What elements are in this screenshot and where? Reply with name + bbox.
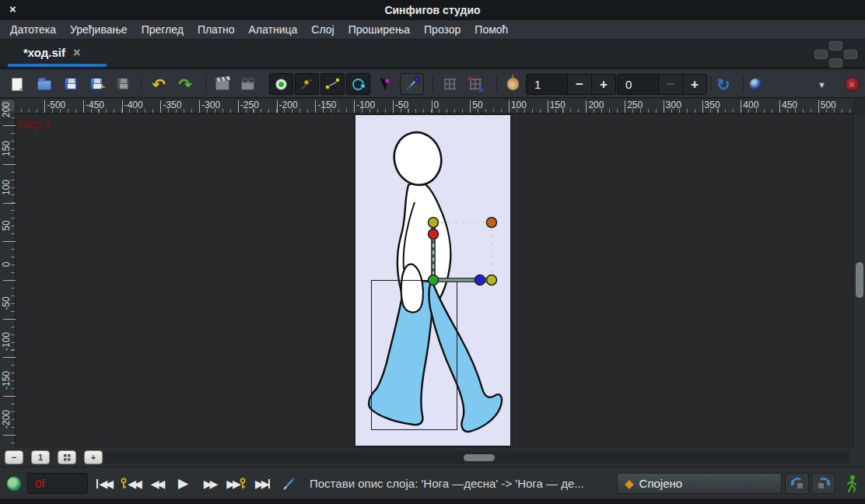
v-ruler-label: 150 (1, 137, 12, 160)
current-time-field[interactable]: 0f (27, 473, 88, 494)
keyframes-future-increase-button[interactable]: + (682, 75, 706, 94)
undo-button[interactable]: ↶ (148, 70, 170, 98)
window-bottom-edge (0, 499, 865, 504)
handle-angle[interactable] (429, 218, 439, 228)
save-as-button[interactable] (86, 70, 107, 98)
menu-item-прозор[interactable]: Прозор (417, 21, 468, 38)
seek-end-button[interactable]: ▶▶ (252, 473, 273, 494)
toggle-show-bones-button[interactable] (400, 73, 424, 95)
new-document-button[interactable] (6, 70, 28, 98)
dock-left-button[interactable] (814, 50, 828, 59)
toggle-show-handles-button[interactable] (295, 73, 319, 95)
menu-item-слој[interactable]: Слој (304, 21, 341, 38)
zoom-normal-button[interactable]: 1 (31, 450, 50, 464)
onion-icon (507, 78, 519, 90)
dock-bottom-button[interactable] (829, 58, 842, 68)
workspace[interactable]: Step 1 (16, 114, 853, 451)
h-ruler-label: 100 (509, 100, 527, 110)
zoom-out-button[interactable]: − (5, 450, 23, 464)
vertical-scrollbar-thumb[interactable] (856, 262, 863, 298)
toggle-snap-grid-button[interactable] (464, 70, 486, 98)
h-ruler-label: -150 (315, 100, 336, 110)
stop-button[interactable]: × (842, 70, 862, 98)
toggle-show-tangents-button[interactable] (320, 73, 345, 95)
dock-top-button[interactable] (829, 41, 842, 51)
interpolation-dropdown[interactable]: ◆ Спојено (617, 473, 782, 494)
seek-begin-button[interactable]: ◀◀ (93, 473, 114, 494)
title-bar: × Синфигов студио (0, 0, 865, 20)
time-track-button[interactable] (6, 467, 22, 499)
toggle-grid-button[interactable] (439, 70, 461, 98)
v-ruler-major-tick (3, 125, 16, 126)
keyframe-lock-past-icon (790, 477, 805, 491)
v-ruler-major-tick (3, 280, 16, 281)
window-close-button[interactable]: × (9, 2, 16, 16)
h-ruler-label: -400 (122, 100, 143, 110)
save-button[interactable] (60, 70, 82, 98)
h-ruler-label: 0 (432, 100, 440, 110)
next-frame-button[interactable]: ▶▶ (199, 473, 220, 494)
handle-origin-red[interactable] (429, 229, 439, 240)
horizontal-scrollbar-thumb[interactable] (464, 454, 495, 461)
menu-item-датотека[interactable]: Датотека (3, 21, 63, 38)
redo-button[interactable]: ↷ (174, 70, 196, 98)
preview-button[interactable] (236, 70, 258, 98)
key-icon (121, 478, 127, 490)
menu-item-платно[interactable]: Платно (191, 21, 242, 38)
spline-handles-icon (324, 77, 341, 91)
fit-canvas-button[interactable] (58, 450, 76, 464)
keyframe-lock-past-button[interactable] (785, 473, 809, 494)
keyframes-future-decrease-button[interactable]: − (658, 75, 682, 94)
tab-close-icon[interactable]: × (73, 46, 80, 60)
menu-item-помоћ[interactable]: Помоћ (468, 21, 515, 38)
refresh-button[interactable]: ↻ (713, 70, 734, 98)
toggle-show-widths-button[interactable] (346, 73, 370, 95)
movie-camera-icon (241, 82, 254, 90)
menu-item-уређивање[interactable]: Уређивање (63, 21, 135, 38)
quality-sphere-icon (750, 79, 762, 90)
v-ruler-major-tick (3, 357, 16, 358)
onion-skin-button[interactable] (503, 70, 523, 98)
menu-item-проширења[interactable]: Проширења (341, 21, 417, 38)
keyframes-past-value[interactable]: 1 (527, 75, 567, 94)
handle-joint-green[interactable] (429, 275, 439, 285)
toggle-show-guides-button[interactable] (269, 73, 293, 95)
keyframes-past-increase-button[interactable]: + (591, 75, 615, 94)
tab-hod-sif[interactable]: *ход.sif × (8, 40, 88, 65)
canvas[interactable] (355, 115, 510, 446)
handle-length-blue[interactable] (475, 275, 485, 285)
keyframe-lock-future-button[interactable] (811, 473, 835, 494)
menu-item-алатница[interactable]: Алатница (242, 21, 305, 38)
v-ruler-label: 0 (1, 253, 12, 276)
render-button[interactable] (212, 70, 233, 98)
toggle-animate-flag-button[interactable] (375, 70, 395, 98)
keyframes-past-decrease-button[interactable]: − (567, 75, 591, 94)
vertical-scrollbar[interactable] (853, 114, 865, 451)
radio-green-icon (275, 79, 287, 90)
menu-item-преглед[interactable]: Преглед (135, 21, 191, 38)
quality-dropdown[interactable]: ▼ (750, 74, 832, 95)
save-all-button[interactable] (112, 70, 134, 98)
figure-back-leg[interactable] (429, 280, 502, 432)
figure-head[interactable] (389, 128, 447, 190)
zoom-in-button[interactable]: + (84, 450, 103, 464)
walking-person-icon (845, 474, 860, 493)
prev-keyframe-button[interactable]: ◀◀ (120, 473, 141, 494)
h-ruler-label: 350 (702, 100, 720, 110)
play-button[interactable]: ▶ (173, 473, 194, 494)
prev-frame-button[interactable]: ◀◀ (146, 473, 167, 494)
keyframes-future-value[interactable]: 0 (618, 75, 658, 94)
next-keyframe-button[interactable]: ▶▶ (226, 473, 247, 494)
dock-right-button[interactable] (844, 50, 857, 59)
handle-scale-orange[interactable] (487, 218, 497, 228)
v-ruler-major-tick (3, 203, 16, 204)
handle-tip-yellow[interactable] (487, 275, 497, 285)
open-button[interactable] (33, 70, 55, 98)
bone-tool-icon (404, 76, 421, 92)
walk-mode-indicator[interactable] (845, 467, 860, 499)
animate-mode-button[interactable] (278, 473, 299, 494)
v-ruler-label: -150 (1, 369, 12, 392)
h-ruler-label: 200 (586, 100, 604, 110)
h-ruler-label: 50 (470, 100, 482, 110)
horizontal-scrollbar[interactable] (104, 451, 849, 464)
